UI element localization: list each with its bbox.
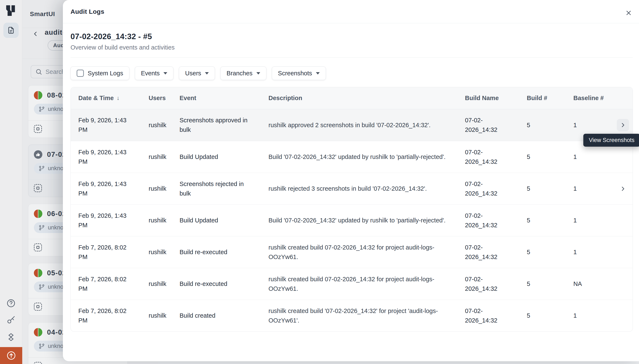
filter-dropdown-screenshots[interactable]: Screenshots xyxy=(272,66,326,80)
status-approved-thumb-icon xyxy=(34,150,42,159)
column-header-date[interactable]: Date & Time ↓ xyxy=(71,94,142,102)
modal-title: Audit Logs xyxy=(71,8,104,15)
column-header-description: Description xyxy=(262,94,463,102)
git-branch-icon xyxy=(39,343,45,350)
git-branch-icon xyxy=(39,224,45,231)
cell-build-num: 5 xyxy=(520,312,566,319)
system-logs-toggle[interactable]: System Logs xyxy=(71,66,129,80)
table-row[interactable]: Feb 9, 2026, 1:43 PMrushilkBuild Updated… xyxy=(71,204,633,236)
integrations-icon xyxy=(6,332,16,342)
cell-build-name: 07-02-2026_14:32 xyxy=(465,306,503,325)
cell-baseline-num: 1 xyxy=(566,185,613,192)
cell-description: rushilk created build 07-02-2026_14:32 f… xyxy=(268,243,462,262)
build-title: 07-02-2026_14:32 - #5 xyxy=(71,32,633,41)
cell-date: Feb 9, 2026, 1:43 PM xyxy=(78,179,132,198)
screenshot-capture-icon xyxy=(34,303,42,311)
dropdown-label: Users xyxy=(185,70,201,77)
cell-description: rushilk rejected 3 screenshots in build … xyxy=(268,184,427,194)
modal-header: Audit Logs xyxy=(63,0,639,23)
cell-event: Build Updated xyxy=(180,152,218,162)
close-button[interactable] xyxy=(624,8,633,18)
cell-build-num: 5 xyxy=(520,249,566,256)
status-mixed-icon xyxy=(34,91,42,100)
filter-dropdown-users[interactable]: Users xyxy=(179,66,215,80)
cell-user: rushilk xyxy=(142,154,173,160)
status-mixed-icon xyxy=(34,328,42,336)
table-row[interactable]: Feb 9, 2026, 1:43 PMrushilkBuild Updated… xyxy=(71,141,633,173)
chevron-down-icon xyxy=(316,72,320,74)
status-mixed-icon xyxy=(34,269,42,277)
lambdatest-logo-icon xyxy=(6,5,16,16)
column-header-event: Event xyxy=(173,94,262,102)
cell-description: rushilk created build 07-02-2026_14:32 f… xyxy=(268,274,462,294)
cell-baseline-num: 1 xyxy=(566,217,613,224)
filter-dropdown-events[interactable]: Events xyxy=(135,66,174,80)
git-branch-icon xyxy=(39,284,45,290)
system-logs-label: System Logs xyxy=(88,70,123,77)
document-icon xyxy=(7,26,15,34)
chevron-down-icon xyxy=(164,72,167,74)
chevron-right-icon[interactable] xyxy=(620,186,626,192)
cell-build-name: 07-02-2026_14:32 xyxy=(465,148,503,166)
sidebar-item-builds[interactable] xyxy=(4,23,19,38)
upgrade-button[interactable] xyxy=(0,347,22,364)
cell-description: Build '07-02-2026_14:32' updated by rush… xyxy=(268,152,445,162)
cell-build-name: 07-02-2026_14:32 xyxy=(465,116,503,134)
screenshot-capture-icon xyxy=(34,362,42,364)
system-logs-checkbox[interactable] xyxy=(77,70,84,77)
cell-user: rushilk xyxy=(142,312,173,319)
table-row[interactable]: Feb 7, 2026, 8:02 PMrushilkBuild created… xyxy=(71,300,633,332)
cell-build-num: 5 xyxy=(520,154,566,160)
cell-baseline-num: 1 xyxy=(566,249,613,256)
cell-date: Feb 7, 2026, 8:02 PM xyxy=(78,274,132,294)
table-row[interactable]: Feb 7, 2026, 8:02 PMrushilkBuild re-exec… xyxy=(71,268,633,300)
cell-event: Build Updated xyxy=(180,216,218,225)
view-screenshots-button[interactable] xyxy=(617,119,629,131)
filter-dropdowns: EventsUsersBranchesScreenshots xyxy=(135,66,326,80)
cell-baseline-num: NA xyxy=(566,280,613,288)
cell-description: rushilk approved 2 screenshots in build … xyxy=(268,120,431,130)
cell-description: rushilk created build '07-02-2026_14:32'… xyxy=(268,306,462,325)
audit-logs-modal: Audit Logs 07-02-2026_14:32 - #5 Overvie… xyxy=(63,0,639,361)
chevron-down-icon xyxy=(256,72,260,74)
screenshot-capture-icon xyxy=(34,184,42,192)
table-header-row: Date & Time ↓ Users Event Description Bu… xyxy=(71,87,633,109)
table-row[interactable]: Feb 9, 2026, 1:43 PMrushilkScreenshots r… xyxy=(71,173,633,204)
back-button[interactable] xyxy=(31,29,40,38)
cell-user: rushilk xyxy=(142,122,173,129)
cell-user: rushilk xyxy=(142,185,173,192)
cell-event: Screenshots approved in bulk xyxy=(180,116,251,134)
cell-user: rushilk xyxy=(142,249,173,256)
cell-event: Screenshots rejected in bulk xyxy=(180,179,251,198)
dropdown-label: Branches xyxy=(227,70,253,77)
filter-dropdown-branches[interactable]: Branches xyxy=(220,66,266,80)
dropdown-label: Screenshots xyxy=(278,70,312,77)
help-icon xyxy=(6,298,16,308)
cell-date: Feb 9, 2026, 1:43 PM xyxy=(78,211,132,230)
cell-build-name: 07-02-2026_14:32 xyxy=(465,243,503,262)
status-mixed-icon xyxy=(34,210,42,218)
cell-baseline-num: 1 xyxy=(566,122,613,129)
cell-event: Build re-executed xyxy=(180,279,227,289)
cell-date: Feb 9, 2026, 1:43 PM xyxy=(78,148,132,166)
api-keys-button[interactable] xyxy=(6,315,16,326)
chevron-down-icon xyxy=(205,72,209,74)
integrations-button[interactable] xyxy=(6,332,16,342)
close-icon xyxy=(625,9,632,16)
build-subtitle: Overview of build events and activities xyxy=(71,44,633,51)
cell-event: Build re-executed xyxy=(180,248,227,257)
table-body: Feb 9, 2026, 1:43 PMrushilkScreenshots a… xyxy=(71,109,633,332)
git-branch-icon xyxy=(39,106,45,112)
cell-date: Feb 7, 2026, 8:02 PM xyxy=(78,306,132,325)
audit-log-table: Date & Time ↓ Users Event Description Bu… xyxy=(71,87,633,332)
cell-build-name: 07-02-2026_14:32 xyxy=(465,211,503,230)
search-icon xyxy=(35,68,42,75)
upgrade-arrow-icon xyxy=(6,351,16,360)
cell-date: Feb 9, 2026, 1:43 PM xyxy=(78,116,132,134)
cell-user: rushilk xyxy=(142,217,173,224)
chevron-right-icon xyxy=(620,122,626,128)
help-button[interactable] xyxy=(6,298,16,308)
table-row[interactable]: Feb 9, 2026, 1:43 PMrushilkScreenshots a… xyxy=(71,109,633,141)
table-row[interactable]: Feb 7, 2026, 8:02 PMrushilkBuild re-exec… xyxy=(71,236,633,268)
sort-descending-icon: ↓ xyxy=(117,95,120,101)
